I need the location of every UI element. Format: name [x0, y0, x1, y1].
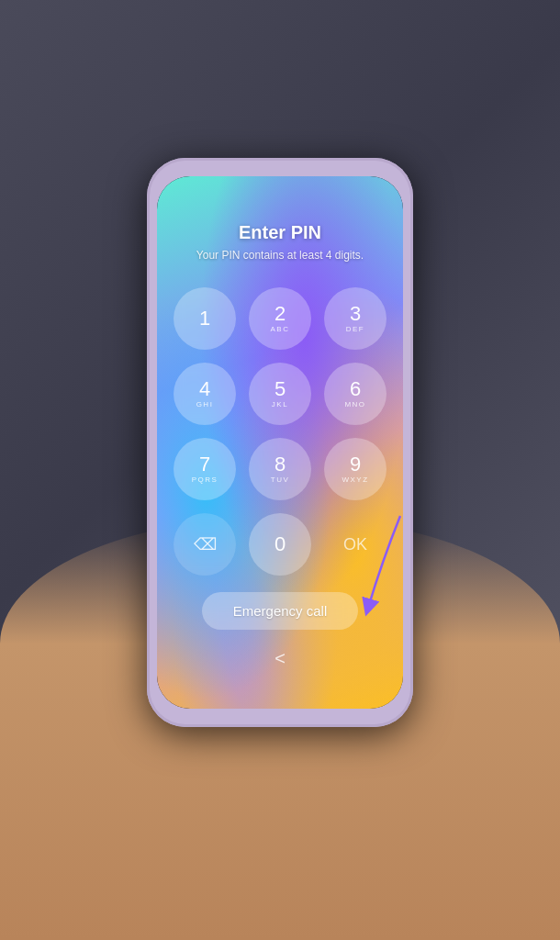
- key-8[interactable]: 8 TUV: [249, 438, 311, 500]
- back-button[interactable]: <: [260, 644, 300, 673]
- key-0[interactable]: 0: [249, 513, 311, 576]
- phone-body: Enter PIN Your PIN contains at least 4 d…: [147, 158, 413, 727]
- key-9[interactable]: 9 WXYZ: [324, 438, 386, 500]
- phone-screen: Enter PIN Your PIN contains at least 4 d…: [157, 176, 403, 709]
- pin-title: Enter PIN: [239, 222, 321, 243]
- pin-subtitle: Your PIN contains at least 4 digits.: [196, 249, 364, 262]
- key-7[interactable]: 7 PQRS: [174, 438, 236, 500]
- ok-label: OK: [343, 535, 367, 554]
- key-4[interactable]: 4 GHI: [174, 363, 236, 425]
- key-2[interactable]: 2 ABC: [249, 287, 311, 350]
- backspace-icon: ⌫: [194, 534, 217, 554]
- ok-button[interactable]: OK: [324, 513, 386, 576]
- keypad-bottom-row: ⌫ 0 OK: [174, 513, 386, 576]
- key-3[interactable]: 3 DEF: [324, 287, 386, 350]
- key-5[interactable]: 5 JKL: [249, 363, 311, 425]
- key-1[interactable]: 1: [174, 287, 236, 350]
- key-6[interactable]: 6 MNO: [324, 363, 386, 425]
- pin-ui: Enter PIN Your PIN contains at least 4 d…: [157, 176, 403, 709]
- backspace-button[interactable]: ⌫: [174, 513, 236, 576]
- emergency-call-button[interactable]: Emergency call: [202, 592, 359, 630]
- keypad-grid: 1 2 ABC 3 DEF 4 GHI 5 JKL: [174, 287, 386, 500]
